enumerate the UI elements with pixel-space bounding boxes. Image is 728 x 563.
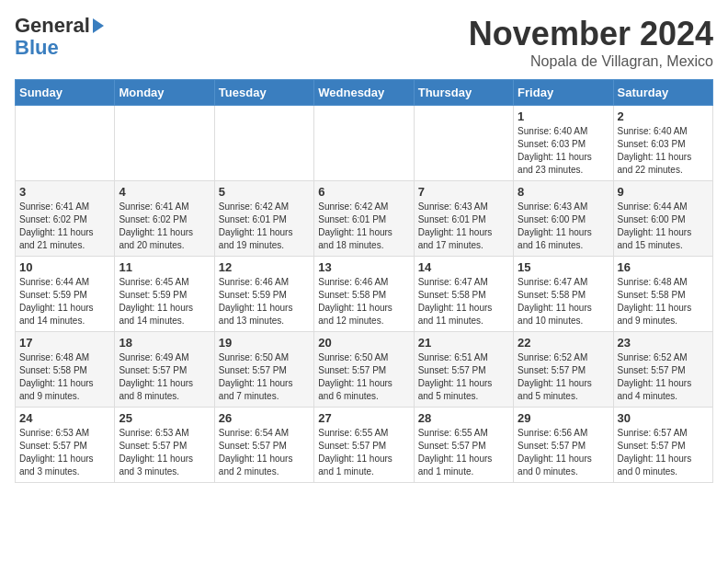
day-number: 9 bbox=[618, 185, 709, 199]
day-info: Sunrise: 6:51 AM Sunset: 5:57 PM Dayligh… bbox=[418, 351, 509, 403]
calendar-cell: 19Sunrise: 6:50 AM Sunset: 5:57 PM Dayli… bbox=[214, 332, 313, 408]
calendar-cell: 22Sunrise: 6:52 AM Sunset: 5:57 PM Dayli… bbox=[514, 332, 613, 408]
calendar-cell: 18Sunrise: 6:49 AM Sunset: 5:57 PM Dayli… bbox=[115, 332, 214, 408]
calendar-cell: 2Sunrise: 6:40 AM Sunset: 6:03 PM Daylig… bbox=[613, 106, 712, 181]
day-info: Sunrise: 6:41 AM Sunset: 6:02 PM Dayligh… bbox=[19, 201, 110, 252]
day-info: Sunrise: 6:52 AM Sunset: 5:57 PM Dayligh… bbox=[518, 351, 609, 403]
day-number: 17 bbox=[19, 336, 110, 350]
day-number: 20 bbox=[318, 336, 409, 350]
month-title: November 2024 bbox=[469, 15, 713, 53]
day-number: 28 bbox=[418, 411, 509, 425]
day-number: 22 bbox=[518, 336, 609, 350]
logo: General Blue bbox=[15, 15, 104, 59]
calendar-week-row: 10Sunrise: 6:44 AM Sunset: 5:59 PM Dayli… bbox=[16, 257, 713, 332]
day-number: 6 bbox=[318, 185, 409, 199]
day-info: Sunrise: 6:53 AM Sunset: 5:57 PM Dayligh… bbox=[119, 427, 210, 478]
day-number: 8 bbox=[518, 185, 609, 199]
day-number: 1 bbox=[518, 109, 609, 123]
logo-arrow-icon bbox=[93, 18, 104, 33]
calendar-week-row: 24Sunrise: 6:53 AM Sunset: 5:57 PM Dayli… bbox=[16, 408, 713, 483]
day-info: Sunrise: 6:44 AM Sunset: 6:00 PM Dayligh… bbox=[618, 201, 709, 252]
day-number: 19 bbox=[219, 336, 310, 350]
day-info: Sunrise: 6:52 AM Sunset: 5:57 PM Dayligh… bbox=[618, 351, 709, 403]
column-header-wednesday: Wednesday bbox=[314, 80, 414, 106]
day-number: 11 bbox=[119, 260, 210, 274]
day-info: Sunrise: 6:48 AM Sunset: 5:58 PM Dayligh… bbox=[618, 276, 709, 327]
calendar-cell: 24Sunrise: 6:53 AM Sunset: 5:57 PM Dayli… bbox=[16, 408, 115, 483]
calendar-cell: 29Sunrise: 6:56 AM Sunset: 5:57 PM Dayli… bbox=[514, 408, 613, 483]
day-info: Sunrise: 6:50 AM Sunset: 5:57 PM Dayligh… bbox=[219, 351, 310, 403]
calendar-cell: 10Sunrise: 6:44 AM Sunset: 5:59 PM Dayli… bbox=[16, 257, 115, 332]
calendar-cell: 27Sunrise: 6:55 AM Sunset: 5:57 PM Dayli… bbox=[314, 408, 414, 483]
day-info: Sunrise: 6:40 AM Sunset: 6:03 PM Dayligh… bbox=[518, 125, 609, 177]
day-info: Sunrise: 6:44 AM Sunset: 5:59 PM Dayligh… bbox=[19, 276, 110, 327]
column-header-friday: Friday bbox=[514, 80, 613, 106]
calendar-cell: 25Sunrise: 6:53 AM Sunset: 5:57 PM Dayli… bbox=[115, 408, 214, 483]
day-info: Sunrise: 6:53 AM Sunset: 5:57 PM Dayligh… bbox=[19, 427, 110, 478]
calendar-cell: 28Sunrise: 6:55 AM Sunset: 5:57 PM Dayli… bbox=[414, 408, 513, 483]
day-number: 23 bbox=[618, 336, 709, 350]
calendar-cell: 8Sunrise: 6:43 AM Sunset: 6:00 PM Daylig… bbox=[514, 181, 613, 257]
day-info: Sunrise: 6:48 AM Sunset: 5:58 PM Dayligh… bbox=[19, 351, 110, 403]
calendar-cell: 5Sunrise: 6:42 AM Sunset: 6:01 PM Daylig… bbox=[214, 181, 313, 257]
day-info: Sunrise: 6:54 AM Sunset: 5:57 PM Dayligh… bbox=[219, 427, 310, 478]
day-info: Sunrise: 6:46 AM Sunset: 5:59 PM Dayligh… bbox=[219, 276, 310, 327]
day-number: 25 bbox=[119, 411, 210, 425]
calendar-cell: 1Sunrise: 6:40 AM Sunset: 6:03 PM Daylig… bbox=[514, 106, 613, 181]
day-number: 15 bbox=[518, 260, 609, 274]
day-info: Sunrise: 6:47 AM Sunset: 5:58 PM Dayligh… bbox=[418, 276, 509, 327]
day-info: Sunrise: 6:56 AM Sunset: 5:57 PM Dayligh… bbox=[518, 427, 609, 478]
day-number: 24 bbox=[19, 411, 110, 425]
day-info: Sunrise: 6:47 AM Sunset: 5:58 PM Dayligh… bbox=[518, 276, 609, 327]
column-header-monday: Monday bbox=[115, 80, 214, 106]
calendar-cell bbox=[115, 106, 214, 181]
location-title: Nopala de Villagran, Mexico bbox=[469, 53, 713, 70]
day-info: Sunrise: 6:45 AM Sunset: 5:59 PM Dayligh… bbox=[119, 276, 210, 327]
day-number: 7 bbox=[418, 185, 509, 199]
calendar-header-row: SundayMondayTuesdayWednesdayThursdayFrid… bbox=[16, 80, 713, 106]
day-number: 10 bbox=[19, 260, 110, 274]
day-number: 2 bbox=[618, 109, 709, 123]
calendar-cell bbox=[214, 106, 313, 181]
day-info: Sunrise: 6:49 AM Sunset: 5:57 PM Dayligh… bbox=[119, 351, 210, 403]
calendar-cell: 17Sunrise: 6:48 AM Sunset: 5:58 PM Dayli… bbox=[16, 332, 115, 408]
calendar-cell: 16Sunrise: 6:48 AM Sunset: 5:58 PM Dayli… bbox=[613, 257, 712, 332]
day-number: 27 bbox=[318, 411, 409, 425]
calendar-cell: 13Sunrise: 6:46 AM Sunset: 5:58 PM Dayli… bbox=[314, 257, 414, 332]
day-number: 21 bbox=[418, 336, 509, 350]
calendar-cell: 7Sunrise: 6:43 AM Sunset: 6:01 PM Daylig… bbox=[414, 181, 513, 257]
page-header: General Blue November 2024 Nopala de Vil… bbox=[15, 15, 713, 70]
day-info: Sunrise: 6:40 AM Sunset: 6:03 PM Dayligh… bbox=[618, 125, 709, 177]
day-info: Sunrise: 6:43 AM Sunset: 6:01 PM Dayligh… bbox=[418, 201, 509, 252]
calendar-table: SundayMondayTuesdayWednesdayThursdayFrid… bbox=[15, 79, 713, 483]
day-info: Sunrise: 6:42 AM Sunset: 6:01 PM Dayligh… bbox=[219, 201, 310, 252]
column-header-sunday: Sunday bbox=[16, 80, 115, 106]
day-number: 26 bbox=[219, 411, 310, 425]
calendar-cell bbox=[314, 106, 414, 181]
calendar-cell: 21Sunrise: 6:51 AM Sunset: 5:57 PM Dayli… bbox=[414, 332, 513, 408]
column-header-saturday: Saturday bbox=[613, 80, 712, 106]
calendar-cell: 11Sunrise: 6:45 AM Sunset: 5:59 PM Dayli… bbox=[115, 257, 214, 332]
calendar-cell: 26Sunrise: 6:54 AM Sunset: 5:57 PM Dayli… bbox=[214, 408, 313, 483]
title-block: November 2024 Nopala de Villagran, Mexic… bbox=[469, 15, 713, 70]
day-info: Sunrise: 6:43 AM Sunset: 6:00 PM Dayligh… bbox=[518, 201, 609, 252]
day-number: 14 bbox=[418, 260, 509, 274]
day-number: 29 bbox=[518, 411, 609, 425]
calendar-week-row: 3Sunrise: 6:41 AM Sunset: 6:02 PM Daylig… bbox=[16, 181, 713, 257]
logo-general: General bbox=[15, 15, 90, 37]
calendar-week-row: 17Sunrise: 6:48 AM Sunset: 5:58 PM Dayli… bbox=[16, 332, 713, 408]
calendar-cell: 4Sunrise: 6:41 AM Sunset: 6:02 PM Daylig… bbox=[115, 181, 214, 257]
column-header-tuesday: Tuesday bbox=[214, 80, 313, 106]
day-number: 12 bbox=[219, 260, 310, 274]
day-number: 13 bbox=[318, 260, 409, 274]
calendar-cell: 20Sunrise: 6:50 AM Sunset: 5:57 PM Dayli… bbox=[314, 332, 414, 408]
day-info: Sunrise: 6:41 AM Sunset: 6:02 PM Dayligh… bbox=[119, 201, 210, 252]
calendar-cell: 9Sunrise: 6:44 AM Sunset: 6:00 PM Daylig… bbox=[613, 181, 712, 257]
calendar-cell: 23Sunrise: 6:52 AM Sunset: 5:57 PM Dayli… bbox=[613, 332, 712, 408]
calendar-cell: 30Sunrise: 6:57 AM Sunset: 5:57 PM Dayli… bbox=[613, 408, 712, 483]
day-info: Sunrise: 6:55 AM Sunset: 5:57 PM Dayligh… bbox=[318, 427, 409, 478]
calendar-cell: 6Sunrise: 6:42 AM Sunset: 6:01 PM Daylig… bbox=[314, 181, 414, 257]
day-number: 4 bbox=[119, 185, 210, 199]
day-info: Sunrise: 6:57 AM Sunset: 5:57 PM Dayligh… bbox=[618, 427, 709, 478]
logo-blue: Blue bbox=[15, 37, 104, 59]
